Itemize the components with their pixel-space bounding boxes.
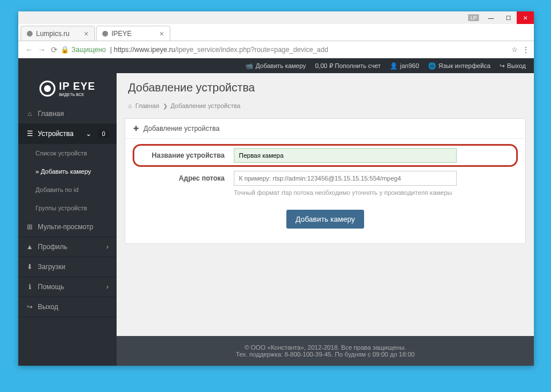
stream-label: Адрес потока — [137, 171, 234, 182]
top-toolbar: 📹Добавить камеру 0,00 ₽ Пополнить счет 👤… — [18, 58, 534, 73]
home-icon: ⌂ — [128, 102, 132, 109]
stream-address-row: Адрес потока Точный формат rtsp потока н… — [137, 171, 514, 196]
main-panel: Добавление устройства ⌂ Главная ❯ Добавл… — [117, 73, 534, 366]
secure-icon: 🔒 — [61, 46, 69, 54]
logo-text: IP EYE — [59, 81, 95, 92]
reload-button[interactable]: ⟳ — [48, 45, 61, 54]
main-header: Добавление устройства — [117, 73, 534, 98]
breadcrumb-home[interactable]: Главная — [135, 102, 159, 109]
globe-icon: 🌐 — [428, 62, 436, 70]
chevron-right-icon: › — [106, 243, 109, 251]
grid-icon: ⊞ — [26, 223, 33, 231]
info-icon: ℹ — [26, 283, 33, 291]
logo-tagline: ВИДЕТЬ ВСЕ — [59, 93, 95, 97]
url-path: /ipeye_service/index.php?route=page_devi… — [175, 46, 328, 54]
chevron-right-icon: ❯ — [163, 103, 167, 109]
nav-home[interactable]: ⌂Главная — [18, 104, 117, 124]
exit-icon: ↪ — [500, 62, 505, 70]
nav-help[interactable]: ℹПомощь› — [18, 277, 117, 297]
content-area: IP EYE ВИДЕТЬ ВСЕ ⌂Главная ☰Устройства⌄0… — [18, 73, 534, 366]
topbar-lang[interactable]: 🌐Язык интерфейса — [428, 62, 490, 70]
breadcrumb-current: Добавление устройства — [171, 102, 241, 109]
add-camera-button[interactable]: Добавить камеру — [286, 210, 364, 229]
topbar-add-camera[interactable]: 📹Добавить камеру — [245, 62, 306, 70]
tab-close-icon[interactable]: × — [84, 29, 89, 38]
stream-address-input[interactable] — [234, 171, 457, 186]
minimize-button[interactable]: — — [482, 11, 500, 24]
exit-icon: ↪ — [26, 303, 33, 311]
footer-support: Тех. поддержка: 8-800-100-39-45. По будн… — [125, 351, 526, 358]
device-name-row: Название устройства — [137, 148, 514, 163]
device-name-input[interactable] — [234, 148, 457, 163]
list-icon: ☰ — [26, 130, 33, 138]
browser-window: LP — ☐ ✕ Lumpics.ru × IPEYE × ← → ⟳ 🔒 За… — [18, 11, 534, 366]
topbar-balance[interactable]: 0,00 ₽ Пополнить счет — [315, 62, 381, 70]
add-device-panel: ✚ Добавление устройства Название устройс… — [125, 118, 526, 244]
lp-badge: LP — [468, 14, 479, 21]
topbar-user[interactable]: 👤jan960 — [390, 62, 419, 70]
tab-close-icon[interactable]: × — [159, 29, 164, 38]
eye-icon — [39, 81, 55, 97]
star-icon[interactable]: ☆ — [512, 46, 518, 54]
device-name-label: Название устройства — [137, 148, 234, 159]
titlebar: LP — ☐ ✕ — [18, 11, 534, 24]
close-button[interactable]: ✕ — [517, 11, 534, 24]
devices-count-badge: 0 — [98, 130, 109, 138]
plus-icon: ✚ — [133, 125, 139, 133]
sidebar: IP EYE ВИДЕТЬ ВСЕ ⌂Главная ☰Устройства⌄0… — [18, 73, 117, 366]
nav-multi-view[interactable]: ⊞Мульти-просмотр — [18, 217, 117, 237]
tab-ipeye[interactable]: IPEYE × — [96, 26, 170, 41]
back-button[interactable]: ← — [23, 45, 35, 54]
nav-downloads[interactable]: ⬇Загрузки — [18, 257, 117, 277]
page-title: Добавление устройства — [128, 81, 522, 94]
chevron-down-icon: ⌄ — [86, 130, 91, 138]
user-icon: 👤 — [390, 62, 398, 70]
address-bar: ← → ⟳ 🔒 Защищено | https://www.ipeye.ru/… — [18, 41, 534, 58]
nav-profile[interactable]: ▲Профиль› — [18, 237, 117, 257]
stream-hint: Точный формат rtsp потока необходимо уто… — [234, 189, 514, 196]
panel-body: Название устройства Адрес потока Точный … — [125, 139, 525, 243]
panel-title: Добавление устройства — [143, 125, 219, 133]
nav-device-list[interactable]: Список устройств — [18, 144, 117, 162]
chevron-right-icon: › — [106, 283, 109, 291]
url-host[interactable]: https://www.ipeye.ru — [114, 46, 175, 54]
panel-header: ✚ Добавление устройства — [125, 119, 525, 139]
favicon-icon — [27, 31, 33, 37]
footer: © ООО «Константа», 2012-2018. Все права … — [117, 336, 534, 366]
tab-strip: Lumpics.ru × IPEYE × — [18, 24, 534, 41]
tab-title: IPEYE — [111, 30, 131, 38]
home-icon: ⌂ — [26, 110, 33, 118]
tab-lumpics[interactable]: Lumpics.ru × — [21, 26, 95, 41]
nav-device-groups[interactable]: Группы устройств — [18, 199, 117, 217]
maximize-button[interactable]: ☐ — [500, 11, 517, 24]
favicon-icon — [102, 31, 108, 37]
url-divider: | — [108, 46, 114, 54]
nav-add-by-id[interactable]: Добавить по id — [18, 181, 117, 199]
download-icon: ⬇ — [26, 263, 33, 271]
submit-row: Добавить камеру — [137, 204, 514, 234]
secure-label: Защищено — [71, 46, 106, 54]
nav-exit[interactable]: ↪Выход — [18, 297, 117, 317]
camera-icon: 📹 — [245, 62, 253, 70]
forward-button[interactable]: → — [35, 45, 48, 54]
breadcrumb: ⌂ Главная ❯ Добавление устройства — [117, 98, 534, 114]
tab-title: Lumpics.ru — [36, 30, 70, 38]
footer-copyright: © ООО «Константа», 2012-2018. Все права … — [125, 344, 526, 351]
logo[interactable]: IP EYE ВИДЕТЬ ВСЕ — [18, 73, 117, 104]
user-icon: ▲ — [26, 243, 33, 251]
page-content: 📹Добавить камеру 0,00 ₽ Пополнить счет 👤… — [18, 58, 534, 366]
topbar-exit[interactable]: ↪Выход — [500, 62, 526, 70]
nav-devices[interactable]: ☰Устройства⌄0 — [18, 124, 117, 144]
menu-icon[interactable]: ⋮ — [522, 46, 529, 54]
nav-add-camera[interactable]: Добавить камеру — [18, 162, 117, 181]
